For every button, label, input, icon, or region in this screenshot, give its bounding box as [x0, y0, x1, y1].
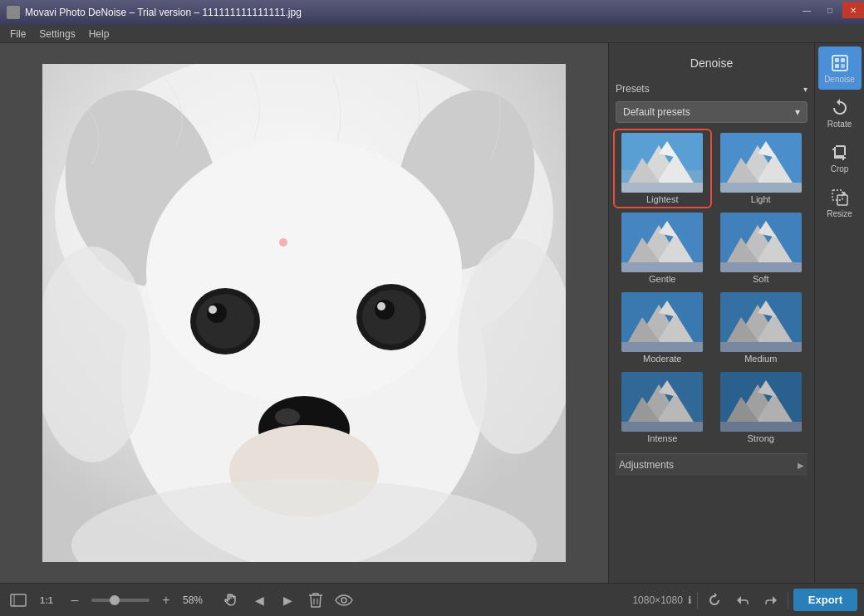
rotate-icon [830, 98, 850, 118]
one-to-one-button[interactable]: 1:1 [35, 589, 58, 612]
adjustments-expand-icon: ▶ [798, 461, 804, 470]
presets-arrow[interactable]: ▾ [803, 85, 808, 94]
photo-container [42, 64, 566, 562]
main-layout: Denoise Presets ▾ Default presets ▾ [0, 43, 864, 583]
preset-thumbnail-strong [720, 372, 802, 432]
svg-rect-45 [720, 262, 802, 272]
bottom-toolbar: 1:1 – + 58% ◀ ▶ 1080×1080 ℹ [0, 583, 864, 616]
preset-thumbnail-soft [720, 213, 802, 272]
tool-resize[interactable]: Resize [818, 181, 862, 224]
svg-point-81 [341, 598, 346, 603]
menu-file[interactable]: File [3, 27, 32, 42]
export-button[interactable]: Export [793, 589, 857, 611]
zoom-in-button[interactable]: + [155, 589, 178, 612]
svg-rect-74 [841, 64, 845, 68]
svg-rect-51 [621, 342, 703, 352]
image-info-icon[interactable]: ℹ [688, 594, 692, 606]
tool-rotate[interactable]: Rotate [818, 91, 862, 134]
preset-label-moderate: Moderate [643, 354, 681, 364]
presets-dropdown[interactable]: Default presets ▾ [616, 101, 808, 123]
preset-strong[interactable]: Strong [714, 370, 808, 445]
window-controls: — □ ✕ [796, 0, 864, 25]
preset-thumbnail-light [720, 133, 802, 193]
preset-soft[interactable]: Soft [714, 211, 808, 286]
preview-button[interactable] [332, 589, 356, 612]
preset-grid: Lightest Light [616, 131, 808, 445]
minimize-button[interactable]: — [796, 2, 817, 18]
svg-point-11 [362, 290, 420, 345]
adjustments-section[interactable]: Adjustments ▶ [616, 453, 808, 476]
undo-button[interactable] [731, 589, 754, 612]
delete-button[interactable] [304, 589, 327, 612]
resize-icon [830, 188, 850, 208]
close-button[interactable]: ✕ [842, 2, 864, 18]
preset-thumbnail-intense [621, 372, 703, 432]
preset-thumbnail-lightest [621, 133, 703, 193]
maximize-button[interactable]: □ [819, 2, 841, 18]
svg-rect-27 [621, 183, 703, 193]
prev-button[interactable]: ◀ [248, 589, 271, 612]
svg-rect-71 [835, 58, 839, 62]
presets-header: Presets ▾ [616, 80, 808, 101]
next-button[interactable]: ▶ [276, 589, 299, 612]
svg-rect-63 [621, 422, 703, 432]
svg-point-15 [275, 408, 300, 425]
preset-thumbnail-medium [720, 292, 802, 352]
preset-label-lightest: Lightest [646, 194, 679, 204]
svg-rect-57 [720, 342, 802, 352]
preset-label-gentle: Gentle [649, 274, 675, 284]
crop-icon [830, 143, 850, 163]
canvas-area [0, 43, 608, 583]
svg-point-9 [209, 306, 217, 314]
svg-point-17 [279, 238, 287, 247]
tool-crop[interactable]: Crop [818, 136, 862, 179]
denoise-icon [830, 53, 850, 73]
menu-settings[interactable]: Settings [32, 27, 81, 42]
adjustments-label: Adjustments [619, 459, 674, 471]
presets-label: Presets [616, 83, 650, 95]
fit-button[interactable] [7, 589, 30, 612]
preset-moderate[interactable]: Moderate [616, 291, 709, 365]
preset-gentle[interactable]: Gentle [616, 211, 709, 286]
hand-tool-button[interactable] [219, 589, 243, 612]
app-icon [7, 6, 20, 19]
separator [697, 592, 698, 609]
preset-label-medium: Medium [744, 354, 777, 364]
preset-label-light: Light [751, 194, 771, 204]
tool-sidebar: Denoise Rotate Crop [814, 43, 864, 583]
redo-button[interactable] [759, 589, 783, 612]
dog-photo [42, 64, 566, 562]
preset-thumbnail-moderate [621, 292, 703, 352]
svg-point-5 [146, 139, 462, 404]
tool-denoise[interactable]: Denoise [818, 46, 862, 90]
refresh-button[interactable] [703, 589, 726, 612]
preset-label-intense: Intense [647, 433, 677, 443]
preset-intense[interactable]: Intense [616, 370, 709, 445]
right-panel: Denoise Presets ▾ Default presets ▾ [608, 43, 814, 583]
svg-rect-76 [837, 195, 847, 205]
preset-medium[interactable]: Medium [714, 291, 808, 365]
preset-thumbnail-gentle [621, 213, 703, 272]
zoom-slider[interactable] [91, 599, 150, 602]
tool-rotate-label: Rotate [827, 120, 852, 129]
svg-rect-70 [832, 56, 847, 71]
preset-light[interactable]: Light [714, 131, 808, 206]
svg-rect-33 [720, 183, 802, 193]
presets-dropdown-label: Default presets [623, 106, 690, 118]
zoom-slider-container [91, 599, 150, 602]
presets-dropdown-arrow: ▾ [795, 106, 800, 118]
menu-help[interactable]: Help [82, 27, 116, 42]
svg-rect-73 [835, 64, 839, 68]
svg-point-8 [207, 303, 227, 323]
separator2 [788, 592, 788, 609]
window-title: Movavi Photo DeNoise – Trial version – 1… [25, 7, 857, 18]
preset-label-strong: Strong [748, 433, 774, 443]
panel-title: Denoise [616, 50, 808, 80]
denoise-panel: Denoise Presets ▾ Default presets ▾ [609, 43, 814, 583]
zoom-out-button[interactable]: – [63, 589, 86, 612]
svg-rect-39 [621, 262, 703, 272]
svg-point-13 [377, 302, 385, 310]
svg-rect-69 [720, 422, 802, 432]
zoom-thumb[interactable] [110, 595, 120, 605]
preset-lightest[interactable]: Lightest [616, 131, 709, 206]
